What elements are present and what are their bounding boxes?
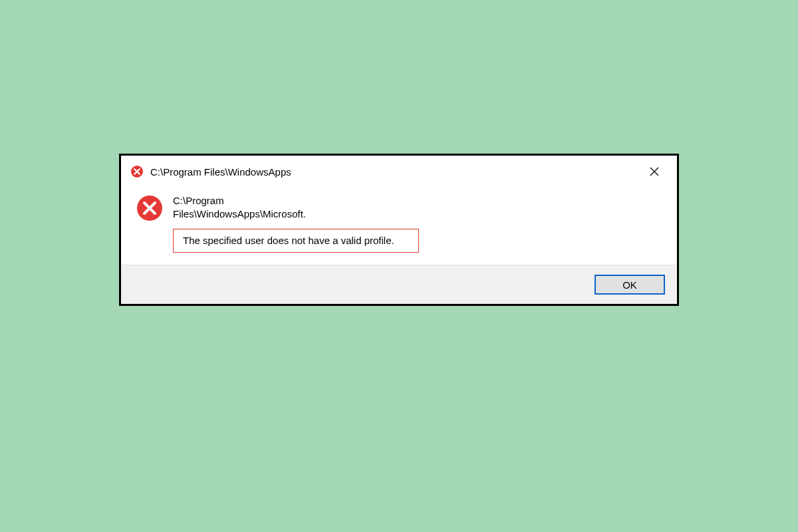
ok-button[interactable]: OK	[595, 275, 665, 295]
path-line-1: C:\Program	[173, 194, 662, 207]
path-line-2: Files\WindowsApps\Microsoft.	[173, 207, 662, 221]
error-message-box: The specified user does not have a valid…	[173, 229, 419, 253]
error-dialog: C:\Program Files\WindowsApps C:\Program …	[119, 154, 679, 306]
button-bar: OK	[121, 265, 677, 304]
path-text: C:\Program Files\WindowsApps\Microsoft.	[173, 194, 662, 221]
error-icon	[136, 194, 164, 222]
close-button[interactable]	[641, 162, 668, 181]
dialog-content: C:\Program Files\WindowsApps\Microsoft. …	[121, 185, 677, 265]
dialog-title: C:\Program Files\WindowsApps	[150, 166, 641, 178]
titlebar: C:\Program Files\WindowsApps	[121, 156, 677, 185]
error-message: The specified user does not have a valid…	[183, 235, 394, 246]
error-icon	[130, 165, 144, 178]
